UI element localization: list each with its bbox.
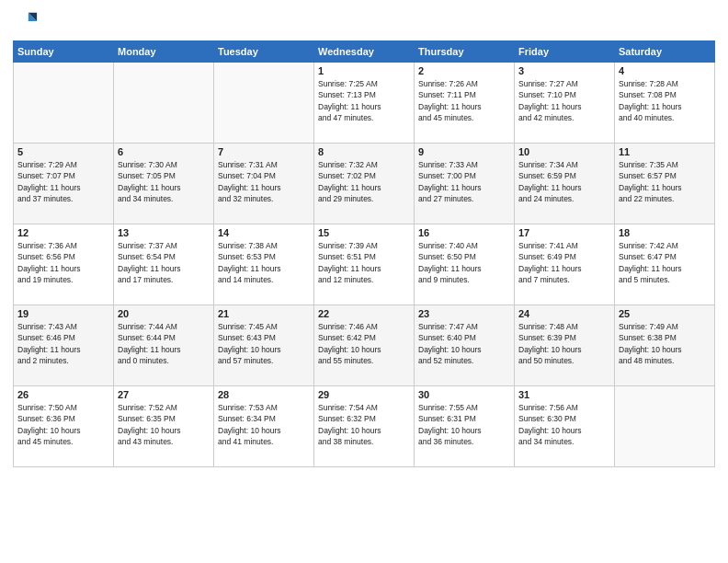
day-info-line: Sunrise: 7:46 AM (318, 321, 410, 332)
day-info-line: and 37 minutes. (17, 193, 109, 204)
day-info-line: Daylight: 11 hours (318, 182, 410, 193)
day-number: 19 (17, 308, 109, 319)
day-info: Sunrise: 7:42 AMSunset: 6:47 PMDaylight:… (619, 240, 711, 285)
day-info-line: Sunset: 6:30 PM (518, 413, 610, 424)
day-info-line: and 32 minutes. (218, 193, 310, 204)
calendar-cell: 15Sunrise: 7:39 AMSunset: 6:51 PMDayligh… (314, 224, 415, 305)
day-info-line: and 38 minutes. (318, 436, 410, 447)
calendar-cell: 16Sunrise: 7:40 AMSunset: 6:50 PMDayligh… (415, 224, 515, 305)
day-info-line: Sunset: 6:35 PM (118, 413, 210, 424)
calendar-week-4: 19Sunrise: 7:43 AMSunset: 6:46 PMDayligh… (14, 305, 715, 386)
day-info-line: and 52 minutes. (418, 355, 510, 366)
day-info: Sunrise: 7:35 AMSunset: 6:57 PMDaylight:… (619, 159, 711, 204)
day-info-line: and 17 minutes. (118, 274, 210, 285)
day-info: Sunrise: 7:56 AMSunset: 6:30 PMDaylight:… (518, 402, 610, 447)
day-info-line: Sunset: 6:57 PM (619, 170, 711, 181)
day-info-line: and 50 minutes. (518, 355, 610, 366)
day-info-line: Sunset: 6:31 PM (418, 413, 510, 424)
day-info: Sunrise: 7:32 AMSunset: 7:02 PMDaylight:… (318, 159, 410, 204)
day-info-line: Sunrise: 7:56 AM (518, 402, 610, 413)
calendar-cell: 25Sunrise: 7:49 AMSunset: 6:38 PMDayligh… (615, 305, 715, 386)
calendar-cell: 20Sunrise: 7:44 AMSunset: 6:44 PMDayligh… (114, 305, 214, 386)
day-number: 17 (518, 227, 610, 238)
day-info-line: Sunset: 6:47 PM (619, 251, 711, 262)
weekday-header-monday: Monday (114, 41, 214, 63)
day-info-line: Sunrise: 7:44 AM (118, 321, 210, 332)
day-number: 20 (118, 308, 210, 319)
day-info-line: Sunset: 6:59 PM (518, 170, 610, 181)
calendar-cell: 31Sunrise: 7:56 AMSunset: 6:30 PMDayligh… (515, 386, 615, 467)
day-info: Sunrise: 7:43 AMSunset: 6:46 PMDaylight:… (17, 321, 109, 366)
day-info-line: Sunrise: 7:39 AM (318, 240, 410, 251)
calendar-cell: 18Sunrise: 7:42 AMSunset: 6:47 PMDayligh… (615, 224, 715, 305)
weekday-header-thursday: Thursday (415, 41, 515, 63)
calendar-cell: 2Sunrise: 7:26 AMSunset: 7:11 PMDaylight… (415, 63, 515, 144)
calendar-cell (114, 63, 214, 144)
day-info-line: Daylight: 11 hours (17, 182, 109, 193)
day-number: 21 (218, 308, 310, 319)
day-number: 8 (318, 146, 410, 157)
calendar-table: SundayMondayTuesdayWednesdayThursdayFrid… (13, 40, 715, 467)
day-number: 13 (118, 227, 210, 238)
day-info-line: Sunrise: 7:42 AM (619, 240, 711, 251)
day-number: 15 (318, 227, 410, 238)
day-info-line: Daylight: 11 hours (218, 263, 310, 274)
day-info-line: Sunset: 7:05 PM (118, 170, 210, 181)
day-info-line: Sunrise: 7:35 AM (619, 159, 711, 170)
day-info: Sunrise: 7:27 AMSunset: 7:10 PMDaylight:… (518, 78, 610, 123)
day-info-line: and 14 minutes. (218, 274, 310, 285)
day-info-line: Sunrise: 7:48 AM (518, 321, 610, 332)
calendar-cell: 21Sunrise: 7:45 AMSunset: 6:43 PMDayligh… (214, 305, 314, 386)
day-info-line: Sunset: 6:36 PM (17, 413, 109, 424)
day-info-line: Daylight: 10 hours (318, 425, 410, 436)
day-info-line: Sunrise: 7:43 AM (17, 321, 109, 332)
calendar-cell: 6Sunrise: 7:30 AMSunset: 7:05 PMDaylight… (114, 144, 214, 224)
day-info-line: Sunset: 7:13 PM (318, 89, 410, 100)
day-info-line: Daylight: 10 hours (17, 425, 109, 436)
day-info: Sunrise: 7:55 AMSunset: 6:31 PMDaylight:… (418, 402, 510, 447)
day-number: 31 (518, 389, 610, 400)
calendar-cell: 5Sunrise: 7:29 AMSunset: 7:07 PMDaylight… (14, 144, 114, 224)
day-info: Sunrise: 7:45 AMSunset: 6:43 PMDaylight:… (218, 321, 310, 366)
calendar-cell: 22Sunrise: 7:46 AMSunset: 6:42 PMDayligh… (314, 305, 415, 386)
day-info-line: Sunrise: 7:30 AM (118, 159, 210, 170)
day-info-line: Sunrise: 7:33 AM (418, 159, 510, 170)
day-info-line: Daylight: 11 hours (118, 344, 210, 355)
day-info-line: and 7 minutes. (518, 274, 610, 285)
day-info-line: Daylight: 10 hours (418, 344, 510, 355)
day-info-line: Daylight: 11 hours (619, 263, 711, 274)
day-info: Sunrise: 7:48 AMSunset: 6:39 PMDaylight:… (518, 321, 610, 366)
day-info-line: Sunset: 6:39 PM (518, 332, 610, 343)
day-info: Sunrise: 7:44 AMSunset: 6:44 PMDaylight:… (118, 321, 210, 366)
day-info: Sunrise: 7:31 AMSunset: 7:04 PMDaylight:… (218, 159, 310, 204)
calendar-cell: 19Sunrise: 7:43 AMSunset: 6:46 PMDayligh… (14, 305, 114, 386)
day-info-line: Sunrise: 7:26 AM (418, 78, 510, 89)
day-info-line: Sunset: 7:07 PM (17, 170, 109, 181)
day-info: Sunrise: 7:49 AMSunset: 6:38 PMDaylight:… (619, 321, 711, 366)
day-number: 9 (418, 146, 510, 157)
day-info: Sunrise: 7:26 AMSunset: 7:11 PMDaylight:… (418, 78, 510, 123)
day-number: 10 (518, 146, 610, 157)
day-info: Sunrise: 7:28 AMSunset: 7:08 PMDaylight:… (619, 78, 711, 123)
day-number: 12 (17, 227, 109, 238)
day-info-line: Sunset: 7:08 PM (619, 89, 711, 100)
day-info-line: Daylight: 11 hours (17, 263, 109, 274)
day-info-line: and 34 minutes. (518, 436, 610, 447)
day-info-line: Sunrise: 7:54 AM (318, 402, 410, 413)
weekday-header-row: SundayMondayTuesdayWednesdayThursdayFrid… (14, 41, 715, 63)
day-info-line: Sunset: 6:49 PM (518, 251, 610, 262)
day-number: 6 (118, 146, 210, 157)
day-info-line: and 45 minutes. (418, 112, 510, 123)
weekday-header-wednesday: Wednesday (314, 41, 415, 63)
logo (13, 9, 42, 35)
calendar-cell: 13Sunrise: 7:37 AMSunset: 6:54 PMDayligh… (114, 224, 214, 305)
day-info-line: Sunset: 6:43 PM (218, 332, 310, 343)
day-info-line: Sunset: 6:40 PM (418, 332, 510, 343)
day-info-line: Daylight: 11 hours (418, 263, 510, 274)
weekday-header-sunday: Sunday (14, 41, 114, 63)
day-info: Sunrise: 7:37 AMSunset: 6:54 PMDaylight:… (118, 240, 210, 285)
day-info-line: Sunrise: 7:52 AM (118, 402, 210, 413)
day-info-line: Daylight: 11 hours (418, 101, 510, 112)
day-info-line: and 22 minutes. (619, 193, 711, 204)
day-info-line: and 42 minutes. (518, 112, 610, 123)
